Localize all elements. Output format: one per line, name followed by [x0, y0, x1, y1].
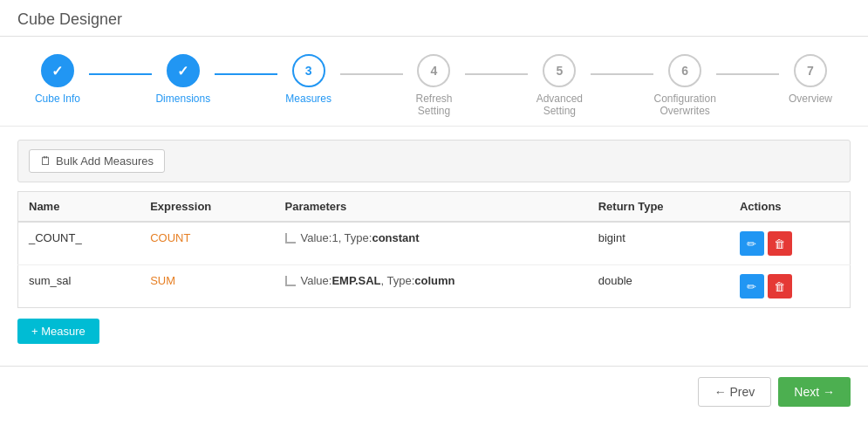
bulk-add-label: Bulk Add Measures — [56, 154, 154, 168]
step-label-7: Overview — [789, 93, 832, 105]
bulk-add-measures-button[interactable]: 🗒 Bulk Add Measures — [29, 149, 165, 173]
col-header-expression: Expression — [140, 192, 274, 223]
step-label-6: Configuration Overwrites — [653, 93, 716, 117]
delete-button-1[interactable]: 🗑 — [768, 231, 792, 256]
table-header-row: Name Expression Parameters Return Type A… — [18, 192, 851, 223]
wizard-step-refresh[interactable]: 4 Refresh Setting — [403, 54, 466, 117]
wizard-steps: Cube Info Dimensions 3 Measures 4 Refres… — [0, 37, 868, 127]
page-title: Cube Designer — [0, 0, 868, 37]
step-circle-2 — [167, 54, 200, 87]
step-circle-7: 7 — [794, 54, 827, 87]
param-indent-icon-2 — [285, 276, 296, 286]
connector-4 — [465, 73, 528, 75]
connector-5 — [591, 73, 653, 75]
connector-6 — [716, 73, 779, 75]
step-circle-3: 3 — [292, 54, 325, 87]
connector-2 — [215, 73, 277, 75]
measures-table: Name Expression Parameters Return Type A… — [17, 191, 851, 308]
cell-expression-1: COUNT — [140, 222, 274, 265]
cell-actions-2: ✏ 🗑 — [729, 265, 851, 308]
param-text-1: Value:1, Type:constant — [301, 231, 420, 244]
step-label-3: Measures — [285, 93, 331, 105]
add-measure-button[interactable]: + Measure — [17, 319, 99, 344]
cell-return-type-1: bigint — [588, 222, 729, 265]
step-circle-6: 6 — [668, 54, 701, 87]
prev-button[interactable]: ← Prev — [698, 377, 772, 407]
wizard-step-config[interactable]: 6 Configuration Overwrites — [653, 54, 716, 117]
col-header-return-type: Return Type — [588, 192, 729, 223]
edit-button-1[interactable]: ✏ — [740, 231, 764, 256]
wizard-step-overview[interactable]: 7 Overview — [779, 54, 842, 105]
connector-1 — [89, 73, 152, 75]
step-circle-1 — [41, 54, 74, 87]
table-row: sum_sal SUM Value:EMP.SAL, Type:column d… — [18, 265, 851, 308]
main-content: 🗒 Bulk Add Measures Name Expression Para… — [0, 127, 868, 357]
cell-name-1: _COUNT_ — [18, 222, 140, 265]
next-button[interactable]: Next → — [778, 377, 851, 407]
step-label-4: Refresh Setting — [403, 93, 466, 117]
col-header-actions: Actions — [729, 192, 851, 223]
step-circle-5: 5 — [543, 54, 576, 87]
cell-actions-1: ✏ 🗑 — [729, 222, 851, 265]
cell-name-2: sum_sal — [18, 265, 140, 308]
table-icon: 🗒 — [40, 154, 51, 168]
param-indent-icon-1 — [285, 233, 296, 244]
add-measure-label: + Measure — [31, 325, 85, 338]
cell-parameters-1: Value:1, Type:constant — [275, 222, 588, 265]
wizard-step-measures[interactable]: 3 Measures — [277, 54, 340, 105]
wizard-step-dimensions[interactable]: Dimensions — [152, 54, 215, 105]
cell-return-type-2: double — [588, 265, 729, 308]
step-label-1: Cube Info — [35, 93, 80, 105]
cell-parameters-2: Value:EMP.SAL, Type:column — [275, 265, 588, 308]
step-circle-4: 4 — [417, 54, 450, 87]
wizard-step-advanced[interactable]: 5 Advanced Setting — [528, 54, 591, 117]
param-text-2: Value:EMP.SAL, Type:column — [301, 274, 455, 287]
edit-button-2[interactable]: ✏ — [740, 274, 764, 298]
step-label-2: Dimensions — [155, 93, 210, 105]
footer: ← Prev Next → — [0, 366, 868, 417]
col-header-parameters: Parameters — [275, 192, 588, 223]
toolbar: 🗒 Bulk Add Measures — [17, 140, 851, 182]
wizard-step-cube-info[interactable]: Cube Info — [26, 54, 89, 105]
table-row: _COUNT_ COUNT Value:1, Type:constant big… — [18, 222, 851, 265]
cell-expression-2: SUM — [140, 265, 274, 308]
prev-label: ← Prev — [714, 385, 755, 399]
col-header-name: Name — [18, 192, 140, 223]
step-label-5: Advanced Setting — [528, 93, 591, 117]
next-label: Next → — [794, 385, 835, 399]
delete-button-2[interactable]: 🗑 — [768, 274, 792, 298]
connector-3 — [340, 73, 403, 75]
